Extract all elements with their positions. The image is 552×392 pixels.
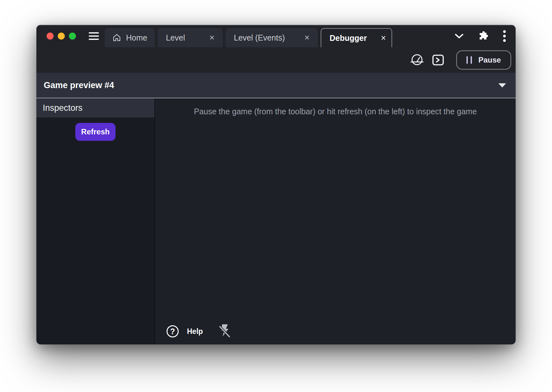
debugger-window: Home Level × Level (Events) × Debugger ×	[36, 25, 516, 344]
inspect-hint-message: Pause the game (from the toolbar) or hit…	[155, 98, 516, 116]
inspector-main-panel: Pause the game (from the toolbar) or hit…	[155, 98, 516, 344]
debugger-toolbar: Pause	[36, 47, 516, 73]
tab-home[interactable]: Home	[105, 28, 155, 47]
tab-debugger-label: Debugger	[330, 34, 367, 43]
tab-level-events[interactable]: Level (Events) ×	[226, 28, 318, 47]
pause-button[interactable]: Pause	[456, 50, 511, 70]
tab-level[interactable]: Level ×	[158, 28, 223, 47]
help-bar: ? Help	[155, 321, 516, 342]
help-label[interactable]: Help	[187, 327, 203, 336]
kebab-menu-icon[interactable]	[503, 30, 506, 42]
zoom-window-button[interactable]	[69, 33, 76, 40]
flash-off-icon[interactable]	[218, 324, 231, 339]
home-icon	[112, 33, 121, 42]
inspectors-sidebar: Inspectors Refresh	[36, 98, 155, 344]
tab-home-label: Home	[126, 33, 147, 42]
desktop-background: Home Level × Level (Events) × Debugger ×	[0, 0, 552, 392]
minimize-window-button[interactable]	[58, 33, 65, 40]
empty-area	[155, 116, 516, 321]
extensions-puzzle-icon[interactable]	[478, 31, 489, 41]
console-icon[interactable]	[431, 53, 445, 67]
tab-level-label: Level	[166, 33, 185, 42]
pause-icon	[466, 56, 472, 64]
inspectors-header: Inspectors	[36, 98, 154, 117]
titlebar-actions	[454, 30, 516, 42]
close-tab-icon[interactable]: ×	[304, 34, 310, 42]
titlebar: Home Level × Level (Events) × Debugger ×	[36, 25, 516, 47]
close-tab-icon[interactable]: ×	[381, 34, 386, 42]
game-preview-header[interactable]: Game preview #4	[36, 73, 516, 98]
close-window-button[interactable]	[47, 33, 54, 40]
refresh-button-container: Refresh	[36, 117, 154, 141]
close-tab-icon[interactable]: ×	[209, 34, 214, 42]
hamburger-menu-icon[interactable]	[89, 32, 99, 40]
tab-strip: Home Level × Level (Events) × Debugger ×	[105, 25, 392, 47]
debugger-content: Inspectors Refresh Pause the game (from …	[36, 98, 516, 344]
profiler-gauge-icon[interactable]	[410, 53, 424, 67]
tab-debugger[interactable]: Debugger ×	[321, 28, 392, 47]
chevron-down-icon[interactable]	[454, 33, 464, 39]
traffic-lights	[47, 33, 76, 40]
help-icon[interactable]: ?	[167, 325, 179, 337]
game-preview-title: Game preview #4	[44, 80, 114, 90]
tab-level-events-label: Level (Events)	[234, 33, 285, 42]
refresh-button[interactable]: Refresh	[75, 123, 116, 141]
dropdown-arrow-icon[interactable]	[498, 83, 506, 87]
pause-button-label: Pause	[478, 56, 501, 64]
